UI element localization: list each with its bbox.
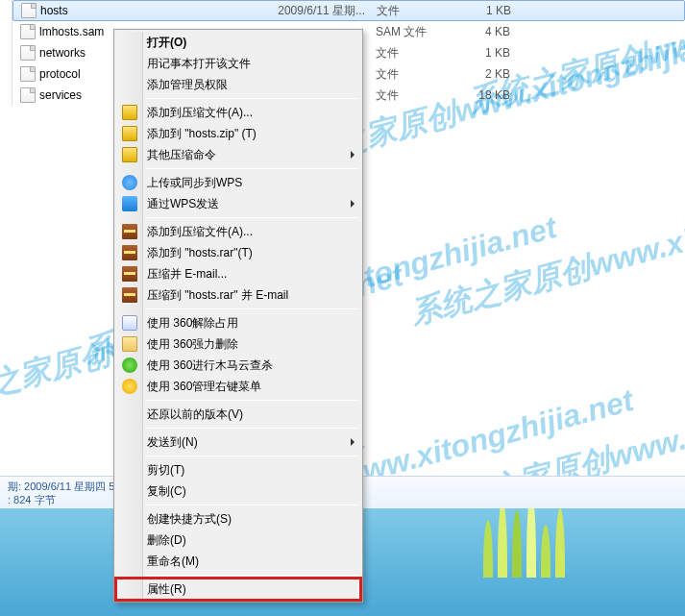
menu-label: 使用 360管理右键菜单	[147, 379, 261, 395]
menu-label: 删除(D)	[147, 532, 186, 549]
menu-label: 发送到(N)	[147, 434, 198, 451]
file-size: 1 KB	[453, 46, 510, 60]
folder-icon	[122, 336, 137, 352]
menu-add-to-rar[interactable]: 添加到 "hosts.rar"(T)	[116, 242, 360, 263]
menu-label: 用记事本打开该文件	[147, 56, 251, 72]
menu-label: 剪切(T)	[147, 462, 184, 479]
file-date: 2009/6/11 星期...	[261, 3, 377, 19]
menu-label: 使用 360解除占用	[147, 315, 238, 332]
menu-360-rightclick[interactable]: 使用 360管理右键菜单	[116, 376, 360, 397]
zip-icon	[122, 147, 137, 162]
menu-open[interactable]: 打开(O)	[116, 32, 360, 53]
menu-label: 其他压缩命令	[147, 147, 216, 163]
rar-icon	[122, 287, 137, 303]
menu-label: 复制(C)	[147, 483, 186, 500]
file-type: SAM 文件	[376, 24, 453, 40]
rar-icon	[122, 266, 137, 282]
disk-icon	[122, 315, 137, 331]
menu-delete[interactable]: 删除(D)	[116, 530, 360, 551]
watermark: 系统之家原创www.xitongzhijia.net	[406, 168, 685, 335]
menu-separator	[145, 217, 358, 218]
file-icon	[20, 24, 36, 39]
menu-separator	[145, 575, 358, 576]
menu-copy[interactable]: 复制(C)	[116, 480, 360, 502]
menu-send-wps[interactable]: 通过WPS发送	[116, 193, 360, 214]
file-icon	[20, 66, 36, 82]
menu-add-compress-rar[interactable]: 添加到压缩文件(A)...	[116, 221, 360, 242]
menu-separator	[145, 168, 358, 169]
menu-add-compress[interactable]: 添加到压缩文件(A)...	[116, 102, 360, 123]
submenu-arrow-icon	[351, 438, 355, 446]
menu-label: 属性(R)	[147, 581, 186, 598]
file-type: 文件	[376, 66, 453, 83]
menu-compress-email[interactable]: 压缩并 E-mail...	[116, 263, 360, 284]
menu-send-to[interactable]: 发送到(N)	[116, 431, 360, 453]
file-icon	[21, 3, 37, 18]
menu-label: 添加管理员权限	[147, 77, 228, 93]
menu-label: 压缩到 "hosts.rar" 并 E-mail	[147, 287, 288, 304]
menu-label: 使用 360进行木马云查杀	[147, 357, 273, 374]
menu-label: 上传或同步到WPS	[147, 175, 242, 191]
menu-label: 添加到压缩文件(A)...	[147, 224, 253, 240]
menu-add-admin[interactable]: 添加管理员权限	[116, 74, 360, 95]
file-icon	[20, 45, 36, 61]
menu-restore-previous[interactable]: 还原以前的版本(V)	[116, 404, 360, 425]
menu-other-compress[interactable]: 其他压缩命令	[116, 144, 360, 165]
360-green-icon	[122, 357, 137, 373]
360-yellow-icon	[122, 379, 137, 394]
file-type: 文件	[376, 45, 453, 62]
menu-separator	[145, 308, 358, 309]
menu-properties[interactable]: 属性(R)	[116, 579, 360, 600]
menu-label: 还原以前的版本(V)	[147, 407, 243, 423]
menu-label: 添加到压缩文件(A)...	[147, 105, 253, 121]
menu-upload-wps[interactable]: 上传或同步到WPS	[116, 172, 360, 193]
zip-icon	[122, 105, 137, 120]
menu-separator	[145, 400, 358, 401]
wallpaper-decoration	[464, 508, 599, 578]
menu-separator	[145, 428, 358, 429]
file-size: 2 KB	[453, 67, 510, 81]
menu-360-delete[interactable]: 使用 360强力删除	[116, 333, 360, 355]
menu-label: 压缩并 E-mail...	[147, 266, 227, 283]
menu-label: 重命名(M)	[147, 554, 199, 570]
menu-separator	[145, 98, 358, 99]
menu-label: 创建快捷方式(S)	[147, 511, 232, 528]
menu-label: 使用 360强力删除	[147, 336, 238, 353]
menu-label: 添加到 "hosts.zip" (T)	[147, 126, 257, 142]
menu-open-label: 打开(O)	[147, 35, 186, 51]
file-type: 文件	[377, 3, 453, 19]
menu-add-to-zip[interactable]: 添加到 "hosts.zip" (T)	[116, 123, 360, 144]
file-type: 文件	[376, 87, 453, 104]
rar-icon	[122, 245, 137, 260]
menu-separator	[145, 456, 358, 456]
menu-360-unlock[interactable]: 使用 360解除占用	[116, 312, 360, 333]
menu-360-trojan[interactable]: 使用 360进行木马云查杀	[116, 355, 360, 376]
file-size: 4 KB	[453, 25, 510, 38]
zip-icon	[122, 126, 137, 141]
menu-rename[interactable]: 重命名(M)	[116, 551, 360, 572]
file-row[interactable]: hosts2009/6/11 星期...文件1 KB	[12, 0, 685, 21]
rar-icon	[122, 224, 137, 239]
menu-notepad-open[interactable]: 用记事本打开该文件	[116, 53, 360, 74]
file-size: 1 KB	[453, 4, 511, 17]
menu-separator	[145, 505, 358, 505]
context-menu: 打开(O) 用记事本打开该文件 添加管理员权限 添加到压缩文件(A)... 添加…	[113, 29, 363, 603]
menu-label: 通过WPS发送	[147, 196, 219, 212]
submenu-arrow-icon	[351, 151, 355, 159]
menu-label: 添加到 "hosts.rar"(T)	[147, 245, 253, 261]
wps-icon	[122, 196, 137, 211]
submenu-arrow-icon	[351, 200, 355, 208]
file-icon	[20, 87, 36, 103]
menu-create-shortcut[interactable]: 创建快捷方式(S)	[116, 508, 360, 530]
cloud-icon	[122, 175, 137, 190]
menu-cut[interactable]: 剪切(T)	[116, 459, 360, 480]
file-size: 18 KB	[453, 88, 510, 102]
file-name: hosts	[40, 4, 261, 17]
menu-compress-rar-email[interactable]: 压缩到 "hosts.rar" 并 E-mail	[116, 284, 360, 306]
